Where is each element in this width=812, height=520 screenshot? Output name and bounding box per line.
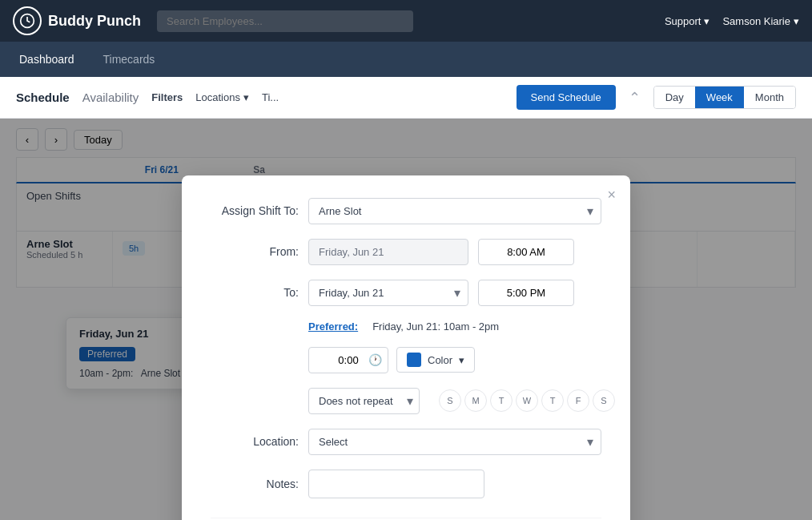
day-tuesday[interactable]: T bbox=[490, 389, 513, 412]
view-day-button[interactable]: Day bbox=[654, 87, 695, 108]
preferred-link[interactable]: Preferred: bbox=[308, 320, 358, 333]
day-sunday[interactable]: S bbox=[439, 389, 461, 412]
repeat-wrapper: Does not repeat ▾ bbox=[308, 388, 420, 414]
time-filter[interactable]: Ti... bbox=[262, 91, 279, 103]
assign-to-row: Assign Shift To: Arne Slot ▾ bbox=[211, 198, 601, 224]
to-label: To: bbox=[211, 286, 299, 299]
notes-label: Notes: bbox=[211, 478, 299, 490]
color-button[interactable]: Color ▾ bbox=[396, 347, 475, 373]
subnav-timecards[interactable]: Timecards bbox=[100, 53, 159, 66]
repeat-row: Does not repeat ▾ S M T W T F S bbox=[308, 388, 601, 414]
duration-inner: 🕐 Color ▾ bbox=[308, 347, 475, 373]
page-header: Schedule Availability Filters Locations … bbox=[0, 77, 812, 119]
from-date-input bbox=[308, 239, 468, 265]
subnav-dashboard[interactable]: Dashboard bbox=[16, 53, 78, 66]
add-shift-modal: × Assign Shift To: Arne Slot ▾ From: bbox=[182, 175, 630, 521]
assign-to-wrapper: Arne Slot ▾ bbox=[308, 198, 601, 224]
to-date-select[interactable]: Friday, Jun 21 bbox=[308, 280, 468, 306]
from-time-input[interactable] bbox=[478, 239, 574, 265]
preferred-row: Preferred: Friday, Jun 21: 10am - 2pm bbox=[308, 320, 601, 333]
notes-input[interactable] bbox=[308, 470, 484, 498]
duration-color-row: 🕐 Color ▾ bbox=[308, 347, 601, 373]
schedule-area: ‹ › Today Fri 6/21 Sa Open Shifts Arne S… bbox=[0, 119, 812, 520]
app-name: Buddy Punch bbox=[48, 13, 141, 30]
modal-footer: Cancel Add Shift bbox=[211, 518, 601, 521]
preferred-text: Friday, Jun 21: 10am - 2pm bbox=[372, 320, 499, 333]
repeat-select[interactable]: Does not repeat bbox=[308, 388, 420, 414]
modal-overlay: × Assign Shift To: Arne Slot ▾ From: bbox=[0, 119, 812, 520]
modal-close-button[interactable]: × bbox=[607, 187, 616, 204]
user-menu[interactable]: Samson Kiarie ▾ bbox=[722, 15, 799, 27]
view-month-button[interactable]: Month bbox=[744, 87, 795, 108]
day-thursday[interactable]: T bbox=[541, 389, 564, 412]
to-time-input[interactable] bbox=[478, 280, 574, 306]
logo-icon bbox=[13, 6, 42, 35]
support-button[interactable]: Support ▾ bbox=[665, 15, 710, 27]
day-circles: S M T W T F S bbox=[439, 389, 615, 412]
location-label: Location: bbox=[211, 435, 299, 448]
filter-bar: Filters Locations ▾ Ti... bbox=[151, 91, 279, 103]
day-wednesday[interactable]: W bbox=[516, 389, 538, 412]
sub-nav: Dashboard Timecards bbox=[0, 42, 812, 77]
from-row: From: bbox=[211, 239, 601, 265]
collapse-arrow[interactable]: ⌃ bbox=[629, 89, 641, 107]
locations-filter[interactable]: Locations ▾ bbox=[195, 91, 249, 103]
to-row: To: Friday, Jun 21 ▾ bbox=[211, 280, 601, 306]
day-saturday[interactable]: S bbox=[593, 389, 615, 412]
to-date-wrapper: Friday, Jun 21 ▾ bbox=[308, 280, 468, 306]
day-monday[interactable]: M bbox=[464, 389, 487, 412]
location-select[interactable]: Select bbox=[308, 429, 601, 455]
view-toggle: Day Week Month bbox=[653, 86, 796, 109]
top-nav: Buddy Punch Support ▾ Samson Kiarie ▾ bbox=[0, 0, 812, 42]
from-label: From: bbox=[211, 245, 299, 258]
filters-label: Filters bbox=[151, 91, 183, 103]
app-logo: Buddy Punch bbox=[13, 6, 141, 35]
day-friday[interactable]: F bbox=[567, 389, 589, 412]
location-wrapper: Select ▾ bbox=[308, 429, 601, 455]
search-input[interactable] bbox=[157, 10, 413, 32]
nav-right: Support ▾ Samson Kiarie ▾ bbox=[665, 15, 799, 27]
color-chevron-icon: ▾ bbox=[459, 354, 464, 366]
duration-wrapper: 🕐 bbox=[308, 347, 388, 373]
clock-icon: 🕐 bbox=[368, 353, 382, 366]
assign-to-select[interactable]: Arne Slot bbox=[308, 198, 601, 224]
tab-availability[interactable]: Availability bbox=[82, 91, 139, 104]
location-row: Location: Select ▾ bbox=[211, 429, 601, 455]
tab-schedule[interactable]: Schedule bbox=[16, 91, 70, 104]
view-week-button[interactable]: Week bbox=[695, 87, 744, 108]
color-swatch bbox=[407, 353, 421, 367]
send-schedule-button[interactable]: Send Schedule bbox=[517, 85, 616, 110]
assign-to-label: Assign Shift To: bbox=[211, 204, 299, 217]
notes-row: Notes: bbox=[211, 470, 601, 498]
